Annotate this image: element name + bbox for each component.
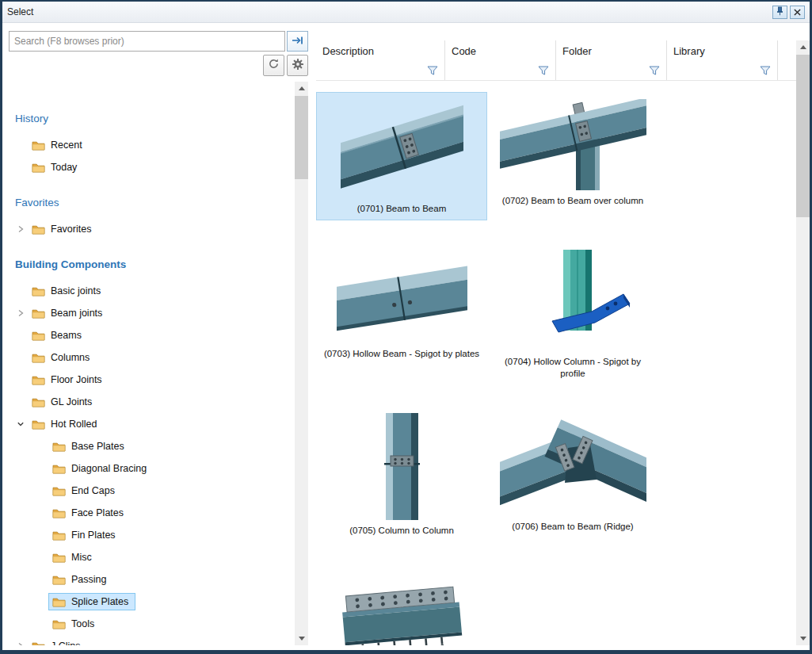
tree-item-beams[interactable]: Beams [9, 324, 295, 346]
tree-item-basic-joints[interactable]: Basic joints [9, 280, 295, 302]
refresh-button[interactable] [263, 55, 284, 76]
tree-section-building-components[interactable]: Building Components [9, 256, 295, 280]
folder-icon [52, 464, 66, 474]
catalog-item-label: (0703) Hollow Beam - Spigot by plates [324, 348, 479, 360]
filter-icon[interactable] [758, 64, 772, 77]
filter-icon[interactable] [425, 64, 440, 77]
scroll-up-icon[interactable] [796, 40, 810, 54]
tree-section-favorites[interactable]: Favorites [9, 194, 295, 218]
thumbnail-beam-to-beam-ridge [500, 413, 646, 516]
chevron-right-icon[interactable] [13, 309, 28, 317]
tree-item-recent[interactable]: Recent [9, 134, 295, 156]
tree-item-label: Recent [51, 140, 82, 151]
tools-row [9, 55, 308, 77]
pin-button[interactable] [772, 6, 787, 19]
tree-item-label: Basic joints [51, 285, 101, 296]
tree-item-today[interactable]: Today [9, 156, 295, 178]
folder-icon [32, 375, 45, 385]
chevron-right-icon[interactable] [13, 225, 28, 233]
tree-item-base-plates[interactable]: Base Plates [9, 435, 295, 457]
tree-item-label: End Caps [71, 485, 115, 496]
column-label: Description [322, 44, 440, 61]
select-dialog: Select [0, 0, 812, 654]
tree-item-beam-joints[interactable]: Beam joints [9, 302, 295, 324]
column-header-code[interactable]: Code [445, 40, 556, 80]
tree-item-gl-joints[interactable]: GL Joints [9, 391, 295, 413]
tree-item-label: GL Joints [51, 396, 92, 407]
thumbnail-beam-bolted-splice [338, 570, 465, 645]
tree-item-label: Beam joints [51, 308, 102, 319]
folder-icon [32, 353, 45, 363]
scroll-down-icon[interactable] [796, 632, 810, 645]
tree-item-favorites[interactable]: Favorites [9, 218, 295, 240]
close-button[interactable] [790, 6, 805, 19]
folder-icon [52, 486, 66, 496]
catalog-item-beam-bolted-splice[interactable] [316, 563, 487, 645]
catalog-item-label: (0706) Beam to Beam (Ridge) [512, 521, 633, 533]
tree-item-face-plates[interactable]: Face Plates [9, 502, 295, 524]
filter-icon[interactable] [647, 64, 661, 77]
search-input[interactable] [9, 31, 285, 52]
tree-item-label: Misc [71, 552, 92, 563]
folder-icon [52, 575, 66, 585]
catalog-item-0704-hollow-column-spigot-by-profile[interactable]: (0704) Hollow Column - Spigot by profile [487, 241, 658, 385]
catalog-item-0706-beam-to-beam-ridge[interactable]: (0706) Beam to Beam (Ridge) [487, 406, 658, 542]
tree-item-label: Today [51, 162, 77, 173]
tree-item-columns[interactable]: Columns [9, 346, 295, 369]
folder-icon [52, 619, 66, 629]
tree-item-label: Base Plates [71, 441, 124, 452]
tree-item-misc[interactable]: Misc [9, 546, 295, 568]
column-header-description[interactable]: Description [316, 40, 445, 80]
tree-item-passing[interactable]: Passing [9, 568, 295, 591]
folder-icon [32, 397, 45, 407]
folder-icon [52, 508, 66, 518]
tree-item-label: Splice Plates [71, 596, 128, 607]
tree-item-label: Hot Rolled [51, 419, 97, 430]
tree-item-label: Face Plates [71, 507, 124, 518]
dialog-body: HistoryRecentTodayFavoritesFavoritesBuil… [2, 23, 810, 650]
folder-icon [32, 308, 45, 319]
tree-item-hot-rolled[interactable]: Hot Rolled [9, 413, 295, 435]
pin-icon [776, 5, 784, 19]
tree-item-diagonal-bracing[interactable]: Diagonal Bracing [9, 457, 295, 480]
tree-scrollbar[interactable] [295, 82, 308, 645]
catalog-item-0702-beam-to-beam-over-column[interactable]: (0702) Beam to Beam over column [487, 92, 658, 220]
settings-button[interactable] [287, 55, 308, 76]
tree-section-history[interactable]: History [9, 110, 295, 134]
folder-icon [32, 331, 45, 341]
tree-item-splice-plates[interactable]: Splice Plates [9, 591, 295, 613]
chevron-down-icon[interactable] [13, 420, 28, 428]
scroll-up-icon[interactable] [295, 82, 308, 95]
thumbnail-hollow-beam-spigot-plates [337, 248, 467, 343]
tree-item-fin-plates[interactable]: Fin Plates [9, 524, 295, 546]
left-panel: HistoryRecentTodayFavoritesFavoritesBuil… [2, 23, 308, 650]
catalog-item-0705-column-to-column[interactable]: (0705) Column to Column [316, 406, 487, 542]
search-go-button[interactable] [287, 31, 308, 52]
scrollbar-thumb[interactable] [796, 55, 810, 217]
filter-icon[interactable] [536, 64, 551, 77]
tree-item-floor-joints[interactable]: Floor Joints [9, 369, 295, 391]
column-header-library[interactable]: Library [667, 40, 778, 80]
folder-icon [52, 597, 66, 607]
window-title: Select [7, 6, 770, 17]
folder-icon [52, 553, 66, 563]
column-header-folder[interactable]: Folder [556, 40, 667, 80]
catalog-item-0701-beam-to-beam[interactable]: (0701) Beam to Beam [316, 92, 487, 220]
tree-item-end-caps[interactable]: End Caps [9, 480, 295, 502]
thumbnail-hollow-column-spigot-profile [516, 248, 631, 351]
titlebar[interactable]: Select [2, 2, 810, 23]
folder-icon [32, 224, 45, 235]
tree-item-label: Beams [51, 330, 82, 341]
column-header-row: Description Code Folder [316, 40, 796, 81]
scrollbar-thumb[interactable] [295, 96, 308, 179]
tree-item-tools[interactable]: Tools [9, 613, 295, 635]
thumbnail-beam-to-beam [341, 99, 463, 198]
folder-icon [32, 641, 45, 646]
catalog-item-0703-hollow-beam-spigot-by-plates[interactable]: (0703) Hollow Beam - Spigot by plates [316, 241, 487, 385]
catalog-panel: Description Code Folder [308, 23, 810, 650]
scroll-down-icon[interactable] [295, 632, 308, 645]
tree-item-j-clips[interactable]: J Clips [9, 635, 295, 645]
catalog-scrollbar[interactable] [796, 40, 810, 645]
catalog-item-label: (0702) Beam to Beam over column [502, 195, 643, 207]
chevron-right-icon[interactable] [13, 642, 28, 645]
